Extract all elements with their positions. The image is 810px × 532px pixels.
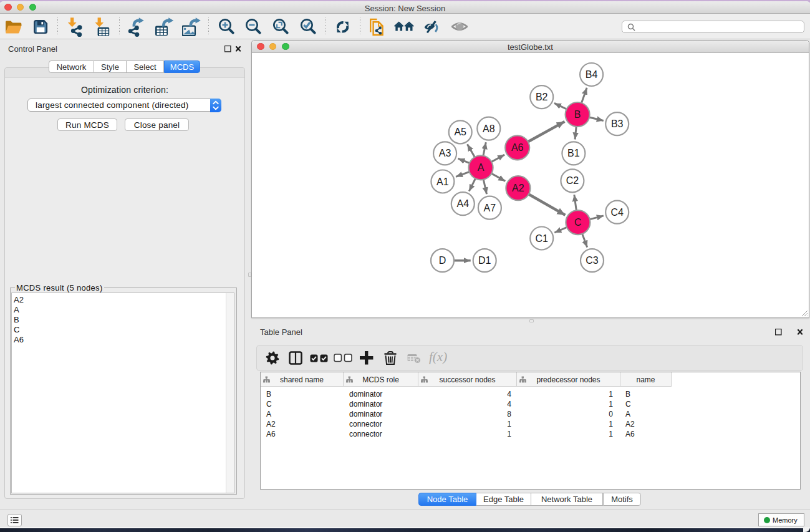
svg-text:B2: B2 [536, 92, 548, 102]
svg-text:C2: C2 [566, 175, 579, 186]
svg-text:B4: B4 [586, 69, 598, 80]
svg-text:A5: A5 [454, 127, 466, 137]
svg-text:A8: A8 [483, 123, 495, 134]
svg-text:C: C [574, 217, 582, 228]
svg-text:D: D [439, 255, 446, 266]
svg-text:A4: A4 [457, 198, 470, 209]
svg-text:B3: B3 [611, 118, 624, 129]
svg-text:C3: C3 [586, 255, 599, 266]
svg-text:B1: B1 [567, 148, 580, 158]
svg-text:B: B [574, 109, 581, 120]
svg-text:C1: C1 [535, 233, 548, 244]
svg-text:C4: C4 [610, 207, 624, 218]
svg-text:A3: A3 [439, 148, 451, 158]
svg-text:A: A [478, 162, 485, 173]
svg-text:A7: A7 [484, 203, 496, 213]
svg-text:D1: D1 [478, 255, 491, 266]
svg-text:A1: A1 [436, 177, 449, 187]
svg-text:A6: A6 [511, 142, 524, 153]
svg-text:A2: A2 [512, 183, 524, 193]
